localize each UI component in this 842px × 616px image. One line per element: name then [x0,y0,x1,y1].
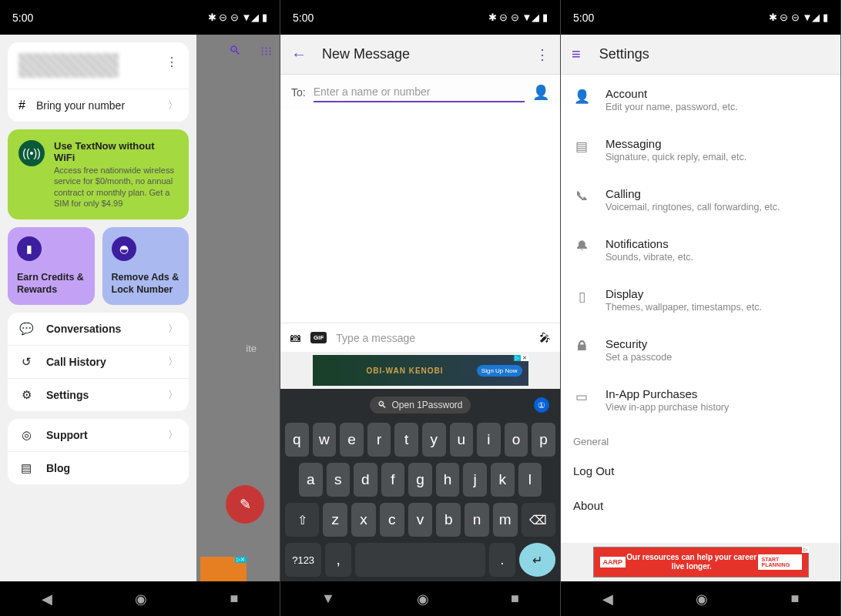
key-n[interactable]: n [465,503,489,537]
keyboard: 🔍︎Open 1Password ① q w e r t y u i o p a… [280,389,560,581]
settings-item[interactable]: ⚙ Settings 〉 [8,378,189,411]
account-item[interactable]: 👤 AccountEdit your name, password, etc. [561,75,840,125]
home-button[interactable]: ◉ [135,591,147,608]
phone-drawer-screen: 5:00 ✱ ⊝ ⊝ ▼◢ ▮ 🔍︎ ⁝⁝⁝ ite ✎ ▷✕ ⋮ # Brin… [0,0,280,616]
key-h[interactable]: h [436,463,460,497]
recents-button[interactable]: ■ [790,591,799,607]
key-j[interactable]: j [463,463,487,497]
key-i[interactable]: i [477,423,501,457]
ad-container: OBI-WAN KENOBI Sign Up Now ▷✕ [280,352,560,389]
back-button[interactable]: ◀ [42,591,52,608]
conversations-item[interactable]: 💬 Conversations 〉 [8,313,189,345]
key-g[interactable]: g [408,463,432,497]
key-s[interactable]: s [327,463,351,497]
hamburger-icon[interactable]: ≡ [572,45,581,63]
key-a[interactable]: a [299,463,323,497]
calling-item[interactable]: 📞︎ CallingVoicemail, ringtones, call for… [561,175,840,225]
key-o[interactable]: o [505,423,528,457]
purchases-item[interactable]: ▭ In-App PurchasesView in-app purchase h… [561,375,840,425]
support-item[interactable]: ◎ Support 〉 [8,419,189,451]
settings-list[interactable]: 👤 AccountEdit your name, password, etc. … [561,75,840,543]
key-period[interactable]: . [489,543,515,577]
kebab-icon[interactable]: ⋮ [166,55,178,69]
about-item[interactable]: About [561,488,840,523]
back-button[interactable]: ▼ [321,591,335,607]
bag-icon: ◓ [112,236,136,261]
blog-item[interactable]: ▤ Blog [8,451,189,484]
adchoices-icon[interactable]: ▷✕ [514,355,528,361]
home-button[interactable]: ◉ [417,591,429,608]
ad-banner[interactable]: OBI-WAN KENOBI Sign Up Now ▷✕ [313,355,528,386]
key-m[interactable]: m [493,503,518,537]
ad-cta[interactable]: START PLANNING [758,554,802,570]
recipient-row: To: 👤 [280,75,560,110]
call-history-item[interactable]: ↺ Call History 〉 [8,345,189,378]
key-v[interactable]: v [408,503,433,537]
key-z[interactable]: z [323,503,347,537]
home-button[interactable]: ◉ [696,591,708,608]
search-icon: 🔍︎ [377,400,387,410]
bottom-ad[interactable]: ▷✕ [200,557,247,581]
key-q[interactable]: q [285,423,309,457]
key-backspace[interactable]: ⌫ [522,503,555,537]
ad-banner[interactable]: AARP Our resources can help your career … [593,547,809,578]
compose-fab[interactable]: ✎ [226,485,264,524]
mic-icon[interactable]: 🎤︎ [539,331,551,344]
camera-icon[interactable]: 📷︎ [290,331,301,344]
onepassword-chip[interactable]: 🔍︎Open 1Password [370,397,470,413]
bring-number-row[interactable]: # Bring your number 〉 [8,89,189,122]
back-button[interactable]: ◀ [602,591,613,608]
display-item[interactable]: ▯ DisplayThemes, wallpaper, timestamps, … [561,275,840,325]
key-t[interactable]: t [394,423,418,457]
back-arrow-icon[interactable]: ← [291,45,307,63]
dialpad-icon[interactable]: ⁝⁝⁝ [260,44,272,59]
remove-ads-tile[interactable]: ◓ Remove Ads & Lock Number [102,227,190,305]
key-p[interactable]: p [532,423,555,457]
key-k[interactable]: k [491,463,515,497]
key-l[interactable]: l [518,463,542,497]
recents-button[interactable]: ■ [511,591,519,607]
kebab-icon[interactable]: ⋮ [535,46,549,63]
key-x[interactable]: x [351,503,376,537]
keyboard-row-4: ?123 , . ↵ [285,543,555,577]
account-title: Account [606,87,738,100]
screen-content: ← New Message ⋮ To: 👤 📷︎ GIF Type a mess… [280,35,560,581]
earn-credits-tile[interactable]: ▮ Earn Credits & Rewards [8,227,95,305]
key-comma[interactable]: , [325,543,351,577]
display-title: Display [606,287,762,300]
gif-icon[interactable]: GIF [310,332,327,343]
bell-icon: 🔔︎ [573,239,590,254]
onepassword-icon[interactable]: ① [534,397,549,413]
key-y[interactable]: y [422,423,446,457]
key-r[interactable]: r [367,423,391,457]
key-space[interactable] [355,543,485,577]
key-e[interactable]: e [340,423,364,457]
key-enter[interactable]: ↵ [519,543,555,577]
ad-cta[interactable]: Sign Up Now [477,365,522,377]
messaging-subtitle: Signature, quick reply, email, etc. [606,152,746,162]
key-c[interactable]: c [380,503,404,537]
system-nav-bar: ▼ ◉ ■ [280,581,560,616]
key-symbols[interactable]: ?123 [285,543,321,577]
key-shift[interactable]: ⇧ [285,503,319,537]
recipient-input[interactable] [314,82,525,102]
key-f[interactable]: f [381,463,405,497]
logout-item[interactable]: Log Out [561,454,840,488]
key-u[interactable]: u [450,423,474,457]
contact-icon[interactable]: 👤 [532,84,549,101]
message-input[interactable]: Type a message [336,332,530,344]
adchoices-icon[interactable]: ▷ [802,547,809,553]
key-b[interactable]: b [436,503,461,537]
recents-button[interactable]: ■ [230,591,238,607]
status-time: 5:00 [12,12,33,24]
search-icon[interactable]: 🔍︎ [229,44,241,59]
messaging-item[interactable]: ▤ MessagingSignature, quick reply, email… [561,125,840,175]
sim-promo-card[interactable]: ((•)) Use TextNow without WiFi Access fr… [8,129,189,219]
key-w[interactable]: w [313,423,337,457]
tile-row: ▮ Earn Credits & Rewards ◓ Remove Ads & … [8,227,189,305]
display-subtitle: Themes, wallpaper, timestamps, etc. [606,302,762,313]
security-item[interactable]: 🔒︎ SecuritySet a passcode [561,325,840,375]
key-d[interactable]: d [354,463,377,497]
security-subtitle: Set a passcode [606,352,672,363]
notifications-item[interactable]: 🔔︎ NotificationsSounds, vibrate, etc. [561,225,840,275]
